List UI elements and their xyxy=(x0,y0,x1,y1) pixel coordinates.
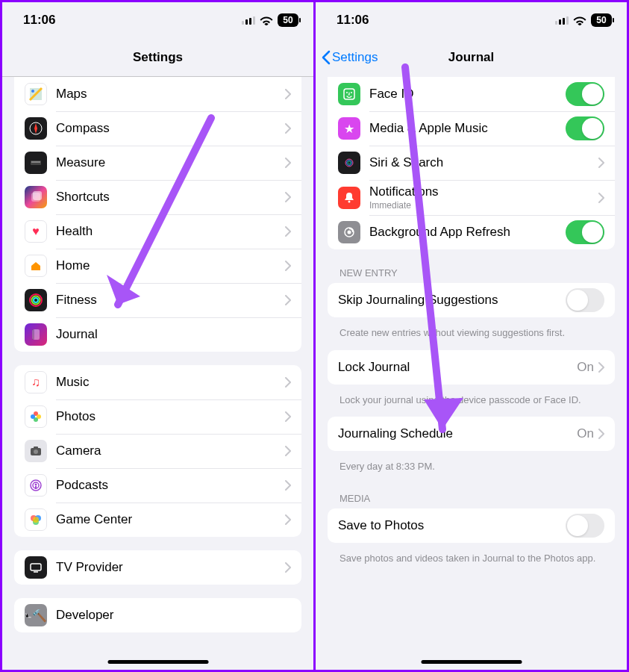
group-save: Save to Photos xyxy=(328,508,615,543)
status-icons: 50 xyxy=(242,13,298,27)
fitness-icon xyxy=(25,289,47,311)
phone-journal: 11:06 50 Settings Journal Face ID ★Media… xyxy=(316,2,627,670)
svg-point-13 xyxy=(31,414,35,419)
group-lock: Lock JournalOn xyxy=(328,350,615,385)
svg-rect-4 xyxy=(33,191,42,200)
settings-group-apps1: Maps Compass Measure Shortcuts ♥Health H… xyxy=(14,77,301,352)
row-podcasts[interactable]: Podcasts xyxy=(14,468,301,503)
chevron-icon xyxy=(285,446,291,456)
chevron-icon xyxy=(285,158,291,168)
settings-list[interactable]: Maps Compass Measure Shortcuts ♥Health H… xyxy=(2,77,313,670)
chevron-icon xyxy=(285,377,291,388)
home-indicator[interactable] xyxy=(421,660,522,664)
maps-icon xyxy=(25,83,47,105)
home-indicator[interactable] xyxy=(107,660,208,664)
group-schedule: Journaling ScheduleOn xyxy=(328,417,615,451)
chevron-icon xyxy=(285,514,291,525)
journal-settings[interactable]: Face ID ★Media & Apple Music Siri & Sear… xyxy=(316,77,627,670)
footer-lock: Lock your journal using the device passc… xyxy=(316,389,627,417)
row-skip[interactable]: Skip Journaling Suggestions xyxy=(328,283,615,317)
row-camera[interactable]: Camera xyxy=(14,434,301,468)
header-new-entry: NEW ENTRY xyxy=(316,263,627,283)
row-gamecenter[interactable]: Game Center xyxy=(14,503,301,537)
chevron-icon xyxy=(598,362,604,373)
media-icon: ★ xyxy=(338,117,360,140)
nav-bar: Settings Journal xyxy=(316,38,627,77)
page-title: Settings xyxy=(133,50,183,65)
footer-skip: Create new entries without viewing sugge… xyxy=(316,322,627,350)
clock: 11:06 xyxy=(23,13,55,28)
notifications-icon xyxy=(338,187,360,209)
tvprovider-icon xyxy=(25,556,47,579)
row-photos[interactable]: Photos xyxy=(14,399,301,434)
row-compass[interactable]: Compass xyxy=(14,111,301,146)
svg-rect-9 xyxy=(32,329,34,340)
journal-icon xyxy=(25,323,47,346)
svg-point-27 xyxy=(346,92,348,93)
row-faceid[interactable]: Face ID xyxy=(328,77,615,111)
row-home[interactable]: Home xyxy=(14,249,301,283)
footer-schedule: Every day at 8:33 PM. xyxy=(316,455,627,484)
chevron-icon xyxy=(285,261,291,271)
svg-rect-24 xyxy=(31,564,41,570)
chevron-icon xyxy=(598,158,604,168)
chevron-icon xyxy=(598,429,604,439)
save-toggle[interactable] xyxy=(566,514,604,538)
chevron-icon xyxy=(285,192,291,202)
row-siri[interactable]: Siri & Search xyxy=(328,146,615,180)
row-save[interactable]: Save to Photos xyxy=(328,508,615,543)
faceid-icon xyxy=(338,83,360,105)
page-title: Journal xyxy=(448,50,494,65)
row-health[interactable]: ♥Health xyxy=(14,214,301,249)
battery-icon: 50 xyxy=(278,13,298,27)
gamecenter-icon xyxy=(25,508,47,531)
row-journal[interactable]: Journal xyxy=(14,317,301,352)
bgapp-icon xyxy=(338,221,360,243)
row-developer[interactable]: 🔨Developer xyxy=(14,598,301,632)
svg-point-15 xyxy=(34,449,38,454)
home-icon xyxy=(25,255,47,277)
svg-point-7 xyxy=(34,298,38,302)
chevron-icon xyxy=(285,226,291,237)
row-media[interactable]: ★Media & Apple Music xyxy=(328,111,615,146)
group-skip: Skip Journaling Suggestions xyxy=(328,283,615,317)
row-maps[interactable]: Maps xyxy=(14,77,301,111)
svg-point-0 xyxy=(31,90,34,93)
svg-point-23 xyxy=(33,517,39,523)
bgapp-toggle[interactable] xyxy=(566,220,604,244)
status-bar: 11:06 50 xyxy=(2,2,313,38)
row-tvprovider[interactable]: TV Provider xyxy=(14,550,301,585)
photos-icon xyxy=(25,405,47,428)
skip-toggle[interactable] xyxy=(566,288,604,312)
settings-group-tv: TV Provider xyxy=(14,550,301,585)
row-fitness[interactable]: Fitness xyxy=(14,283,301,317)
nav-bar: Settings xyxy=(2,38,313,77)
media-toggle[interactable] xyxy=(566,116,604,140)
status-bar: 11:06 50 xyxy=(316,2,627,38)
back-button[interactable]: Settings xyxy=(322,50,378,65)
siri-icon xyxy=(338,152,360,174)
health-icon: ♥ xyxy=(25,220,47,243)
podcasts-icon xyxy=(25,474,47,497)
row-lock[interactable]: Lock JournalOn xyxy=(328,350,615,385)
row-music[interactable]: ♫Music xyxy=(14,365,301,399)
svg-point-28 xyxy=(351,92,352,93)
settings-group-dev: 🔨Developer xyxy=(14,598,301,632)
clock: 11:06 xyxy=(337,13,369,28)
row-notifications[interactable]: NotificationsImmediate xyxy=(328,180,615,215)
row-bgapp[interactable]: Background App Refresh xyxy=(328,215,615,249)
measure-icon xyxy=(25,152,47,174)
footer-save: Save photos and videos taken in Journal … xyxy=(316,547,627,576)
chevron-icon xyxy=(285,123,291,134)
faceid-toggle[interactable] xyxy=(566,82,604,106)
row-measure[interactable]: Measure xyxy=(14,146,301,180)
compass-icon xyxy=(25,117,47,140)
settings-group-apps2: ♫Music Photos Camera Podcasts Game Cente… xyxy=(14,365,301,537)
row-shortcuts[interactable]: Shortcuts xyxy=(14,180,301,214)
chevron-icon xyxy=(598,193,604,203)
header-media: MEDIA xyxy=(316,488,627,508)
row-schedule[interactable]: Journaling ScheduleOn xyxy=(328,417,615,451)
chevron-icon xyxy=(285,480,291,491)
svg-point-35 xyxy=(348,231,351,234)
status-icons: 50 xyxy=(555,13,612,27)
